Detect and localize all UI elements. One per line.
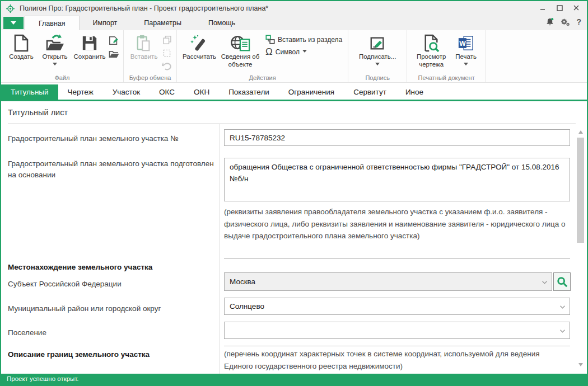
basis-textarea[interactable]: обращения Общества с ограниченной ответс… — [224, 158, 570, 201]
district-combobox[interactable]: Солнцево — [224, 298, 570, 315]
scroll-down-button[interactable] — [576, 361, 585, 370]
undo-button[interactable] — [161, 60, 173, 72]
ribbon-group-actions: Рассчитать Сведения об объекте Вставить … — [177, 30, 348, 82]
subject-label: Субъект Российской Федерации — [8, 279, 216, 290]
tab-ogranicheniya[interactable]: Ограничения — [279, 84, 344, 100]
omega-icon: Ω — [265, 47, 273, 57]
tab-titulny[interactable]: Титульный — [1, 84, 58, 100]
column-divider — [220, 124, 220, 374]
save-icon — [81, 33, 98, 53]
globe-info-icon — [230, 33, 250, 53]
subject-combobox[interactable]: Москва — [224, 272, 552, 291]
location-header: Местонахождение земельного участка — [8, 263, 152, 271]
scroll-up-button[interactable] — [576, 126, 585, 135]
tab-uchastok[interactable]: Участок — [103, 84, 150, 100]
open-project-button[interactable] — [108, 48, 120, 60]
scrollbar-thumb[interactable] — [577, 138, 584, 243]
group-label-signature: Подпись — [348, 74, 407, 81]
app-target-icon — [6, 4, 15, 13]
group-label-clipboard: Буфер обмена — [124, 74, 176, 81]
svg-text:W: W — [459, 40, 466, 48]
magic-wand-icon — [190, 33, 208, 53]
insert-from-section-button[interactable]: Вставить из раздела — [265, 35, 342, 44]
form-area: Титульный лист Градостроительный план зе… — [1, 101, 587, 374]
save-button[interactable]: Сохранить — [72, 31, 108, 63]
help-icon[interactable]: ? — [576, 17, 581, 26]
divider — [224, 258, 570, 259]
boundaries-header: Описание границ земельного участка — [8, 350, 150, 359]
ribbon-tab-help[interactable]: Помощь — [195, 16, 249, 30]
copy-icon — [162, 35, 172, 45]
status-bar: Проект успешно открыт. — [1, 374, 587, 385]
bell-icon[interactable] — [545, 17, 554, 26]
file-menu-button[interactable] — [3, 17, 24, 29]
minimize-button[interactable] — [534, 1, 551, 15]
maximize-button[interactable] — [551, 1, 568, 15]
tab-pokazateli[interactable]: Показатели — [219, 84, 279, 100]
titlebar-utility-icons: ? — [545, 17, 581, 26]
scroll-down-icon — [578, 363, 583, 369]
chevron-down-icon — [53, 63, 57, 68]
paste-icon — [136, 33, 152, 53]
search-icon — [557, 276, 568, 288]
print-button[interactable]: W Печать — [452, 31, 480, 69]
ribbon-group-clipboard: Вставить Буфер обмена — [124, 30, 177, 82]
chevron-down-icon — [302, 50, 307, 55]
vertical-scrollbar[interactable] — [576, 126, 585, 370]
close-button[interactable] — [568, 1, 585, 15]
calculate-button[interactable]: Рассчитать — [180, 31, 218, 63]
ribbon-group-signature: Подписать... Подпись — [348, 30, 407, 82]
divider — [224, 346, 570, 346]
clipboard-small-buttons — [161, 31, 173, 72]
word-icon: W — [458, 33, 474, 53]
basis-hint: (реквизиты заявления правообладателя зем… — [224, 206, 568, 242]
ribbon-group-file: Создать Открыть Сохранить Файл — [1, 30, 124, 82]
chevron-down-icon — [559, 302, 566, 310]
sign-button[interactable]: Подписать... — [356, 31, 399, 69]
symbol-button[interactable]: Ω Символ — [265, 47, 342, 57]
ribbon-tab-parameters[interactable]: Параметры — [130, 16, 195, 30]
file-menu-icon — [11, 21, 16, 27]
paste-button[interactable]: Вставить — [127, 31, 161, 63]
district-label: Муниципальный район или городской округ — [8, 303, 216, 314]
divider — [8, 124, 576, 124]
undo-icon — [162, 62, 172, 70]
page-title: Титульный лист — [8, 108, 68, 117]
group-label-file: Файл — [1, 74, 123, 81]
group-label-actions: Действия — [177, 74, 348, 81]
tab-inoe[interactable]: Иное — [396, 84, 433, 100]
file-small-buttons — [108, 31, 120, 60]
object-info-button[interactable]: Сведения об объекте — [218, 31, 262, 70]
plan-number-label: Градостроительный план земельного участк… — [8, 133, 216, 144]
chevron-down-icon — [542, 277, 548, 286]
section-tab-bar: Титульный Чертеж Участок ОКС ОКН Показат… — [1, 83, 587, 101]
create-button[interactable]: Создать — [4, 31, 38, 63]
plan-number-input[interactable] — [224, 129, 570, 146]
basis-label: Градостроительный план земельного участк… — [8, 158, 216, 181]
paste-special-button[interactable] — [161, 47, 173, 59]
save-as-button[interactable] — [108, 34, 120, 46]
ribbon-group-print: Просмотр чертежа W Печать Печатный докум… — [407, 30, 486, 82]
ribbon-tab-main[interactable]: Главная — [25, 16, 80, 30]
preview-drawing-button[interactable]: Просмотр чертежа — [410, 31, 452, 70]
gear-icon[interactable] — [561, 18, 570, 26]
new-document-icon — [13, 33, 29, 53]
subject-search-button[interactable] — [553, 272, 571, 291]
settlement-combobox[interactable] — [224, 322, 570, 339]
sign-pen-icon — [369, 33, 386, 53]
chevron-down-icon — [375, 63, 380, 68]
tab-chertezh[interactable]: Чертеж — [58, 84, 103, 100]
settlement-label: Поселение — [8, 327, 216, 338]
copy-button[interactable] — [161, 34, 173, 46]
app-window: Полигон Про: Градостроительный план - Пр… — [0, 0, 588, 386]
titlebar: Полигон Про: Градостроительный план - Пр… — [1, 1, 587, 16]
ribbon: Создать Открыть Сохранить Файл Вставить — [1, 30, 587, 83]
tab-oks[interactable]: ОКС — [150, 84, 184, 100]
ribbon-tab-row: Главная Импорт Параметры Помощь — [1, 16, 587, 30]
scroll-up-icon — [578, 128, 583, 134]
tab-okn[interactable]: ОКН — [184, 84, 219, 100]
tab-servitut[interactable]: Сервитут — [344, 84, 396, 100]
status-text: Проект успешно открыт. — [7, 375, 79, 382]
ribbon-tab-import[interactable]: Импорт — [80, 16, 131, 30]
open-button[interactable]: Открыть — [38, 31, 72, 69]
